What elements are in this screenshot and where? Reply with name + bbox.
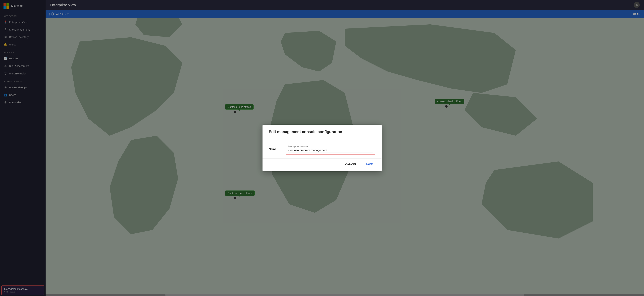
modal-header: Edit management console configuration xyxy=(262,125,382,138)
modal-body: Name Management console xyxy=(262,138,382,158)
cancel-button[interactable]: CANCEL xyxy=(343,161,360,167)
management-console-name-input[interactable] xyxy=(288,149,372,153)
save-button[interactable]: SAVE xyxy=(363,161,375,167)
modal-input-placeholder: Management console xyxy=(288,145,372,148)
modal-overlay: Edit management console configuration Na… xyxy=(0,0,644,296)
modal-name-label: Name xyxy=(269,143,279,151)
edit-console-modal: Edit management console configuration Na… xyxy=(262,125,382,171)
modal-title: Edit management console configuration xyxy=(269,129,375,134)
modal-footer: CANCEL SAVE xyxy=(262,158,382,171)
modal-input-wrapper: Management console xyxy=(286,143,375,155)
